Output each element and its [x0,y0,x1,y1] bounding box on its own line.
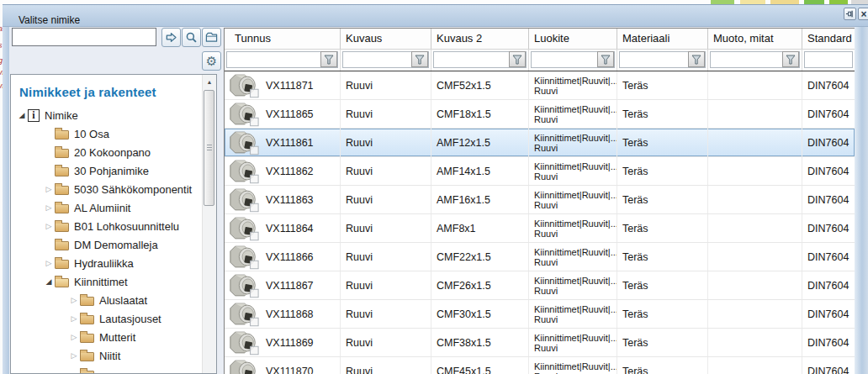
pin-button[interactable] [844,8,856,20]
search-input[interactable] [12,28,156,46]
tree-item[interactable]: ◢ Kiinnittimet [11,272,216,291]
table-row[interactable]: VX111865 Ruuvi CMF18x1.5 Kiinnittimet|Ru… [225,100,855,129]
table-row[interactable]: VX111871 Ruuvi CMF52x1.5 Kiinnittimet|Ru… [225,71,855,100]
table-row[interactable]: VX111868 Ruuvi CMF30x1.5 Kiinnittimet|Ru… [225,300,855,329]
part-material: Teräs [622,251,648,263]
tree-item[interactable]: ▷ Mutterit [11,328,216,346]
tree-item-label: Hydrauliikka [74,257,134,270]
part-id: VX111866 [266,251,314,263]
tree-item[interactable]: 10 Osa [11,124,216,143]
tree-expander-icon[interactable]: ▷ [43,186,55,193]
part-description: Ruuvi [346,280,373,292]
tree-expander-icon[interactable]: ▷ [68,315,80,323]
column-header-muoto[interactable]: Muoto, mitat [708,29,802,49]
table-row[interactable]: VX111862 Ruuvi AMF14x1.5 Kiinnittimet|Ru… [225,157,855,186]
scrollbar-thumb[interactable] [204,90,214,206]
funnel-icon [601,55,611,65]
part-description2: CMF38x1.5 [437,337,491,349]
filter-cell [708,50,802,71]
tree-item[interactable]: ▷ B01 Lohkosuunnittelu [11,217,216,235]
filter-funnel-button[interactable] [509,51,526,67]
filter-input-standard[interactable] [804,51,853,68]
column-header-luokite[interactable]: Luokite [529,29,617,49]
scrollbar-up-button[interactable]: ▲ [203,75,216,88]
part-description2: CMF18x1.5 [437,108,491,120]
filter-funnel-button[interactable] [688,51,705,67]
tree-item[interactable]: ▷ AL Alumiinit [11,198,216,217]
part-description2: CMF45x1.5 [437,366,491,374]
part-classification: Kiinnittimet|Ruuvit|... Ruuvi [534,333,617,353]
part-description: Ruuvi [346,108,373,120]
table-row[interactable]: VX111864 Ruuvi AMF8x1 Kiinnittimet|Ruuvi… [225,214,855,243]
tree-expander-icon[interactable]: ▷ [68,297,80,304]
table-row[interactable]: VX111863 Ruuvi AMF16x1.5 Kiinnittimet|Ru… [225,186,855,214]
part-standard: DIN7604 [807,337,849,349]
part-classification: Kiinnittimet|Ruuvit|... Ruuvi [534,76,617,96]
tree-item[interactable]: ▷ Aluslaatat [11,291,216,309]
tree-expander-icon[interactable]: ◢ [43,278,55,286]
dialog-titlebar[interactable]: Valitse nimike [3,4,868,27]
part-material: Teräs [622,166,648,177]
cell-tunnus: VX111868 [225,300,341,328]
tree-item[interactable]: ▷ Hydrauliikka [11,254,216,272]
search-button[interactable] [182,28,201,47]
tree-expander-icon[interactable]: ▷ [68,352,80,360]
parts-grid: Tunnus Kuvaus Kuvaus 2 Luokite Materiaal… [224,28,855,374]
part-material: Teräs [622,194,648,206]
tree-expander-icon[interactable]: ▷ [43,260,55,267]
table-row[interactable]: VX111869 Ruuvi CMF38x1.5 Kiinnittimet|Ru… [225,329,855,357]
column-header-standard[interactable]: Standard [802,29,855,49]
tree-item[interactable]: ▷ Niitit [11,346,216,365]
folder-icon [55,260,69,269]
tree-item-label: B01 Lohkosuunnittelu [74,220,179,233]
tree-item[interactable]: ▷ Lautasjouset [11,309,216,328]
part-material: Teräs [622,366,648,374]
info-icon: i [28,109,40,122]
tree-expander-icon[interactable]: ▷ [43,223,55,230]
tree-item[interactable]: 30 Pohjanimike [11,161,216,180]
browse-button[interactable] [202,28,221,47]
filter-funnel-button[interactable] [597,51,614,67]
folder-icon [55,186,69,195]
pin-icon [845,9,855,18]
table-row[interactable]: VX111867 Ruuvi CMF26x1.5 Kiinnittimet|Ru… [225,271,855,300]
tree-item-label: DM Demomalleja [74,239,158,251]
cell-tunnus: VX111862 [225,157,341,185]
column-header-materiaali[interactable]: Materiaali [617,29,708,49]
tree-expander-icon[interactable]: ▷ [43,204,55,212]
table-row[interactable]: VX111861 Ruuvi AMF12x1.5 Kiinnittimet|Ru… [225,129,855,157]
part-description: Ruuvi [346,137,373,149]
folder-icon [55,278,69,287]
tree-item[interactable]: ▷ 5030 Sähkökomponentit [11,180,216,198]
folder-icon [80,315,94,324]
column-header-kuvaus[interactable]: Kuvaus [341,29,431,49]
gear-icon: ⚙ [206,54,217,69]
table-row[interactable]: VX111866 Ruuvi CMF22x1.5 Kiinnittimet|Ru… [225,243,855,271]
cell-tunnus: VX111869 [225,329,341,356]
tree-item[interactable]: DM Demomalleja [11,235,216,254]
close-button[interactable]: × [858,8,868,20]
column-header-tunnus[interactable]: Tunnus [225,29,341,49]
part-description2: CMF22x1.5 [437,251,491,263]
filter-funnel-button[interactable] [320,51,337,67]
part-description: Ruuvi [346,366,373,374]
tree-expander-icon[interactable]: ◢ [16,112,28,119]
filter-funnel-button[interactable] [411,51,428,67]
tree-expander-icon[interactable]: ▷ [68,334,80,341]
cell-tunnus: VX111863 [225,186,341,213]
part-standard: DIN7604 [807,308,849,320]
grid-filter-row [225,50,855,71]
column-header-kuvaus2[interactable]: Kuvaus 2 [431,29,529,49]
tree-item[interactable]: 20 Kokoonpano [11,143,216,161]
tree-item[interactable] [11,365,216,374]
go-button[interactable] [161,28,181,47]
folder-icon [80,334,94,343]
filter-funnel-button[interactable] [782,51,799,67]
cell-tunnus: VX111865 [225,100,341,128]
table-row[interactable]: VX111870 Ruuvi CMF45x1.5 Kiinnittimet|Ru… [225,357,855,374]
folder-icon [205,31,218,44]
tree-item[interactable]: ◢ i Nimike [11,106,216,124]
part-id: VX111863 [266,194,314,206]
settings-button[interactable]: ⚙ [202,51,221,71]
tree-scrollbar[interactable]: ▲ [202,75,216,373]
